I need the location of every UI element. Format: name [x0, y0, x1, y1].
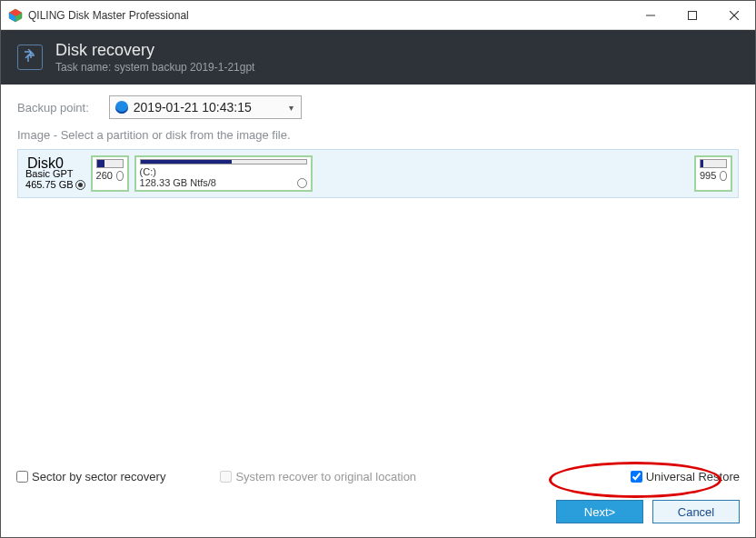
universal-restore-checkbox[interactable]: Universal Restore	[631, 470, 740, 483]
partition-0-size: 260	[96, 170, 113, 181]
backup-point-row: Backup point: 2019-01-21 10:43:15 ▾	[17, 95, 739, 119]
next-button[interactable]: Next>	[556, 500, 643, 523]
universal-restore-input[interactable]	[631, 471, 642, 483]
system-recover-original-input	[220, 471, 232, 483]
sector-by-sector-input[interactable]	[16, 471, 28, 483]
disk-type: Basic GPT	[25, 168, 85, 179]
partition-2-size: 995	[700, 170, 716, 181]
partition-1-size: 128.33 GB Ntfs/8	[140, 177, 216, 188]
partition-1-label: (C:)	[140, 166, 307, 177]
backup-point-value: 2019-01-21 10:43:15	[134, 100, 285, 115]
partition-2-radio[interactable]	[720, 171, 727, 181]
app-icon	[8, 8, 23, 23]
chevron-down-icon: ▾	[285, 103, 297, 113]
partition-1[interactable]: (C:) 128.33 GB Ntfs/8	[134, 155, 313, 192]
page-title: Disk recovery	[55, 41, 254, 60]
disk-recovery-icon	[17, 45, 43, 70]
page-subtitle: Task name: system backup 2019-1-21gpt	[55, 61, 254, 74]
universal-restore-label: Universal Restore	[646, 470, 740, 483]
partition-2[interactable]: 995	[694, 155, 732, 192]
maximize-button[interactable]	[671, 1, 713, 29]
disk-size: 465.75 GB	[25, 179, 74, 190]
sector-by-sector-label: Sector by sector recovery	[32, 470, 165, 483]
titlebar: QILING Disk Master Professional	[1, 1, 755, 30]
sector-by-sector-checkbox[interactable]: Sector by sector recovery	[16, 470, 165, 483]
action-buttons: Next> Cancel	[556, 500, 740, 523]
disk-icon	[115, 101, 128, 114]
partition-0-radio[interactable]	[116, 171, 124, 181]
close-button[interactable]	[713, 1, 755, 29]
window-controls	[630, 1, 755, 29]
system-recover-original-checkbox: System recover to original location	[220, 470, 416, 483]
page-header: Disk recovery Task name: system backup 2…	[1, 30, 755, 85]
minimize-button[interactable]	[630, 1, 671, 29]
svg-rect-4	[689, 11, 697, 19]
partition-0[interactable]: 260	[91, 155, 129, 192]
partition-1-radio[interactable]	[297, 178, 307, 188]
system-recover-original-label: System recover to original location	[235, 470, 416, 483]
bottom-options: Sector by sector recovery System recover…	[16, 470, 740, 483]
cancel-button[interactable]: Cancel	[652, 500, 740, 523]
instruction-text: Image - Select a partition or disk from …	[17, 128, 739, 142]
backup-point-label: Backup point:	[17, 101, 89, 115]
window-title: QILING Disk Master Professional	[28, 9, 630, 22]
disk-panel: Disk0 Basic GPT 465.75 GB 260 (C:) 128.3…	[17, 149, 739, 198]
backup-point-select[interactable]: 2019-01-21 10:43:15 ▾	[109, 95, 302, 119]
disk-radio[interactable]	[75, 180, 85, 190]
content-area: Backup point: 2019-01-21 10:43:15 ▾ Imag…	[1, 85, 755, 198]
